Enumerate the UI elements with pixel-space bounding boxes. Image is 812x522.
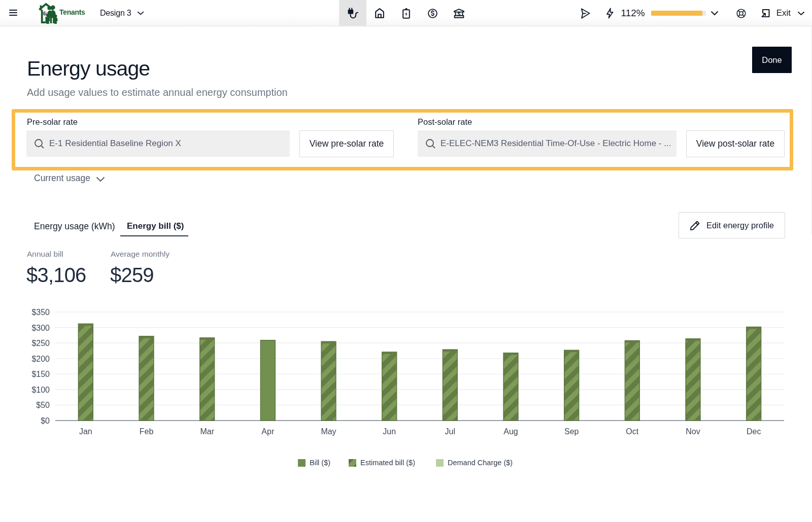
svg-text:Jun: Jun: [383, 427, 396, 436]
svg-text:Oct: Oct: [626, 427, 638, 436]
svg-text:Mar: Mar: [200, 427, 214, 436]
svg-text:$300: $300: [31, 324, 50, 332]
svg-text:Apr: Apr: [261, 427, 275, 436]
svg-text:Feb: Feb: [140, 427, 154, 436]
svg-text:$350: $350: [31, 308, 50, 317]
svg-text:Sep: Sep: [564, 427, 579, 436]
svg-text:Dec: Dec: [747, 427, 761, 436]
svg-text:$100: $100: [31, 386, 50, 394]
svg-text:$250: $250: [31, 339, 50, 347]
svg-text:$200: $200: [31, 355, 50, 363]
svg-text:Jan: Jan: [79, 427, 92, 436]
svg-text:Jul: Jul: [445, 427, 455, 436]
svg-text:$150: $150: [31, 370, 50, 378]
svg-text:$50: $50: [36, 401, 50, 409]
svg-text:Nov: Nov: [686, 427, 700, 436]
svg-text:$0: $0: [41, 416, 50, 425]
svg-text:May: May: [321, 427, 336, 436]
svg-text:Aug: Aug: [503, 427, 518, 436]
